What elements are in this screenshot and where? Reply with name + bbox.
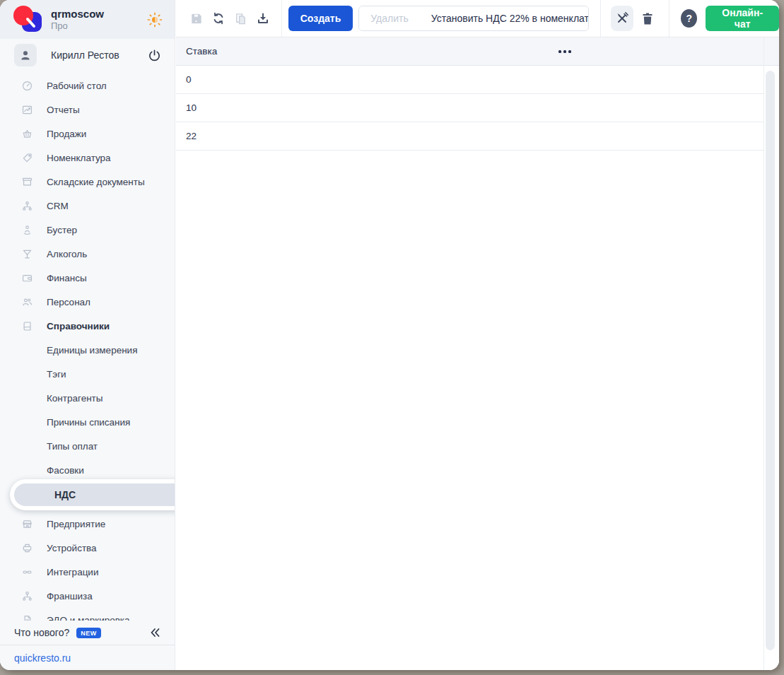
theme-toggle-button[interactable] bbox=[145, 10, 165, 30]
trash-button[interactable] bbox=[638, 6, 657, 31]
submenu-item-payment-types[interactable]: Типы оплат bbox=[0, 434, 175, 458]
table-header-row: Ставка bbox=[176, 37, 779, 66]
tools-button[interactable] bbox=[611, 6, 633, 31]
submenu-item-counterparties[interactable]: Контрагенты bbox=[0, 386, 175, 410]
sidebar-item-booster[interactable]: Бустер bbox=[0, 218, 175, 242]
save-icon bbox=[189, 12, 203, 25]
sidebar-item-edo[interactable]: ЭДО и маркировка bbox=[0, 608, 175, 621]
sidebar: qrmoscow Про bbox=[0, 0, 175, 670]
quickresto-link[interactable]: quickresto.ru bbox=[14, 652, 71, 664]
sidebar-item-warehouse-docs[interactable]: Складские документы bbox=[0, 170, 175, 194]
column-header-rate: Ставка bbox=[176, 46, 217, 57]
org-chart-icon bbox=[21, 590, 33, 602]
ellipsis-icon bbox=[558, 50, 561, 53]
help-button[interactable]: ? bbox=[681, 9, 697, 28]
sidebar-item-crm[interactable]: CRM bbox=[0, 194, 175, 218]
submenu-item-label: НДС bbox=[54, 489, 76, 500]
sidebar-item-label: Складские документы bbox=[47, 177, 145, 187]
wallet-icon bbox=[21, 272, 33, 284]
app-window: qrmoscow Про bbox=[0, 0, 779, 670]
basket-icon bbox=[21, 128, 33, 140]
vertical-scrollbar[interactable] bbox=[766, 71, 775, 650]
ellipsis-icon bbox=[563, 50, 566, 53]
quickresto-logo-icon bbox=[10, 4, 44, 35]
sidebar-item-finance[interactable]: Финансы bbox=[0, 266, 175, 290]
book-icon bbox=[21, 320, 33, 332]
sidebar-item-label: Устройства bbox=[47, 543, 97, 553]
sidebar-item-label: Персонал bbox=[47, 297, 90, 307]
new-badge: NEW bbox=[76, 628, 101, 638]
sidebar-item-nomenclature[interactable]: Номенклатура bbox=[0, 146, 175, 170]
sidebar-item-enterprise[interactable]: Предприятие bbox=[0, 512, 175, 536]
submenu-item-label: Причины списания bbox=[47, 417, 130, 428]
submenu-item-label: Фасовки bbox=[47, 465, 84, 476]
save-button[interactable] bbox=[186, 7, 206, 30]
sidebar-item-devices[interactable]: Устройства bbox=[0, 536, 175, 560]
rate-cell: 10 bbox=[186, 102, 197, 113]
sidebar-item-dashboard[interactable]: Рабочий стол bbox=[0, 74, 175, 98]
martini-icon bbox=[21, 248, 33, 260]
printer-icon bbox=[21, 542, 33, 554]
submenu-item-writeoff-reasons[interactable]: Причины списания bbox=[0, 410, 175, 434]
sidebar-item-label: Бустер bbox=[47, 225, 77, 235]
submenu-selected-pill: НДС bbox=[14, 483, 175, 506]
sidebar-item-sales[interactable]: Продажи bbox=[0, 122, 175, 146]
whats-new-link[interactable]: Что нового? bbox=[14, 627, 69, 638]
export-button[interactable] bbox=[252, 7, 272, 30]
sidebar-item-label: CRM bbox=[47, 201, 69, 211]
sidebar-nav: Рабочий стол Отчеты Продажи bbox=[0, 71, 175, 621]
table-row[interactable]: 22 bbox=[176, 122, 763, 151]
double-chevron-left-icon bbox=[149, 627, 161, 638]
sidebar-item-directories[interactable]: Справочники bbox=[0, 314, 175, 338]
logout-button[interactable] bbox=[145, 46, 163, 64]
sun-icon bbox=[147, 12, 163, 28]
tag-icon bbox=[21, 152, 33, 164]
online-chat-button[interactable]: Онлайн-чат bbox=[706, 6, 779, 31]
toolbar: Создать Удалить Установить НДС 22% в ном… bbox=[176, 0, 779, 37]
sidebar-item-franchise[interactable]: Франшиза bbox=[0, 584, 175, 608]
sidebar-item-staff[interactable]: Персонал bbox=[0, 290, 175, 314]
booster-person-icon bbox=[21, 224, 33, 236]
delete-button[interactable]: Удалить bbox=[359, 6, 419, 30]
copy-icon bbox=[234, 12, 247, 25]
sidebar-item-label: Номенклатура bbox=[47, 153, 111, 163]
toolbar-divider bbox=[669, 0, 669, 37]
column-separator bbox=[763, 37, 764, 670]
submenu-item-packagings[interactable]: Фасовки bbox=[0, 458, 175, 482]
submenu-item-tags[interactable]: Тэги bbox=[0, 362, 175, 386]
dashboard-icon bbox=[21, 80, 33, 92]
sidebar-item-alcohol[interactable]: Алкоголь bbox=[0, 242, 175, 266]
vat-table: Ставка 0 10 22 bbox=[176, 37, 779, 670]
infinity-icon bbox=[21, 566, 33, 578]
submenu-item-label: Контрагенты bbox=[47, 393, 103, 404]
create-button[interactable]: Создать bbox=[288, 6, 353, 31]
sidebar-item-label: Предприятие bbox=[47, 519, 105, 529]
toolbar-divider bbox=[600, 0, 601, 37]
submenu-item-label: Единицы измерения bbox=[47, 345, 137, 356]
sidebar-item-label: Алкоголь bbox=[47, 249, 87, 259]
submenu-item-label: Тэги bbox=[47, 369, 66, 380]
user-icon bbox=[18, 48, 33, 62]
sidebar-item-label: Справочники bbox=[47, 321, 110, 331]
submenu-selected-wrap: НДС bbox=[0, 479, 175, 510]
document-icon bbox=[21, 614, 33, 621]
collapse-sidebar-button[interactable] bbox=[146, 624, 163, 641]
sidebar-item-label: ЭДО и маркировка bbox=[47, 615, 130, 621]
table-row[interactable]: 10 bbox=[176, 94, 763, 122]
sidebar-item-reports[interactable]: Отчеты bbox=[0, 98, 175, 122]
ellipsis-icon bbox=[568, 50, 571, 53]
sidebar-item-label: Франшиза bbox=[47, 591, 93, 601]
sidebar-item-integrations[interactable]: Интеграции bbox=[0, 560, 175, 584]
avatar bbox=[14, 44, 37, 66]
refresh-button[interactable] bbox=[208, 7, 228, 30]
question-icon: ? bbox=[686, 13, 693, 24]
submenu-item-units[interactable]: Единицы измерения bbox=[0, 338, 175, 362]
copy-button[interactable] bbox=[230, 7, 250, 30]
table-row[interactable]: 0 bbox=[176, 66, 763, 94]
user-row[interactable]: Кирилл Рестов bbox=[0, 39, 175, 71]
submenu-item-vat-selected[interactable]: НДС bbox=[10, 479, 175, 510]
refresh-icon bbox=[211, 11, 226, 25]
column-menu-button[interactable] bbox=[554, 37, 575, 66]
rate-cell: 0 bbox=[186, 74, 192, 85]
set-vat-button[interactable]: Установить НДС 22% в номенклатуре bbox=[420, 6, 589, 30]
